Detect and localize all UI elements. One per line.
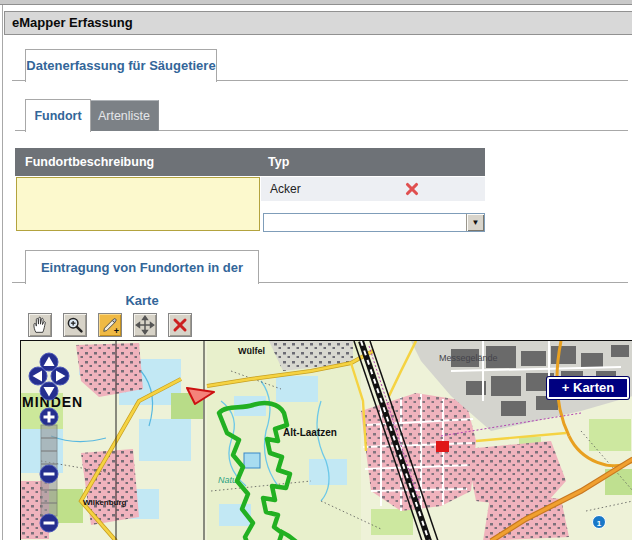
table-header: Fundortbeschreibung Typ [15,148,485,176]
pan-right-button[interactable] [51,367,69,385]
map-canvas[interactable]: MINDEN Wülfel Alt-Laatzen Messegelände W… [20,340,632,540]
svg-text:+: + [114,326,119,336]
magnifier-plus-icon [64,314,86,336]
column-header-fundortbeschreibung: Fundortbeschreibung [25,148,154,176]
column-header-typ: Typ [268,148,289,176]
chevron-down-icon[interactable]: ▼ [466,214,484,231]
zoom-slider-handle[interactable] [40,465,58,483]
karten-layers-button[interactable]: + Karten [547,377,629,399]
move-arrows-icon [134,314,156,336]
pan-tool-button[interactable] [28,313,52,337]
typ-row-acker: Acker [261,177,485,201]
zoom-in-button[interactable] [40,408,58,426]
fundortbeschreibung-input[interactable] [16,177,260,231]
window-top-strip [0,0,632,5]
tab-eintragung-karte-label: Eintragung von Fundorten in der Karte [41,260,243,308]
map-marker-1-label: 1 [597,519,602,528]
typ-select[interactable]: ▼ [263,213,485,232]
map-lake [244,453,260,468]
map-label-wulfel: Wülfel [238,346,265,356]
map-marker-1[interactable]: 1 [593,516,606,529]
tab-artenliste-label: Artenliste [98,109,150,123]
zoom-in-tool-button[interactable] [63,313,87,337]
typ-value: Acker [261,182,301,196]
red-x-icon [169,314,191,336]
zoom-out-button[interactable] [40,514,58,532]
tab-datenerfassung-label: Datenerfassung für Säugetiere [26,58,215,73]
tab-fundort[interactable]: Fundort [25,99,91,132]
emapper-window: eMapper Erfassung Datenerfassung für Säu… [0,0,632,540]
karten-layers-button-label: + Karten [562,380,614,395]
red-x-icon[interactable] [404,181,420,197]
window-left-border [2,5,3,540]
tab-fundort-label: Fundort [34,109,81,123]
hand-icon [29,314,51,336]
pan-left-button[interactable] [29,367,47,385]
map-svg: MINDEN Wülfel Alt-Laatzen Messegelände W… [21,341,632,540]
delete-feature-tool-button[interactable] [168,313,192,337]
tab-artenliste[interactable]: Artenliste [89,100,159,131]
map-label-wilkenburg: Wilkenburg [83,498,127,507]
map-label-messegelaende: Messegelände [439,353,498,363]
draw-tool-button[interactable]: + [98,313,122,337]
app-title-bar: eMapper Erfassung [4,11,632,35]
pencil-plus-icon: + [99,314,121,336]
tab-datenerfassung[interactable]: Datenerfassung für Säugetiere [25,49,217,82]
map-label-alt-laatzen: Alt-Laatzen [283,427,337,438]
pan-down-button[interactable] [40,382,58,400]
tab-eintragung-karte[interactable]: Eintragung von Fundorten in der Karte [25,250,259,284]
app-title: eMapper Erfassung [12,15,133,30]
